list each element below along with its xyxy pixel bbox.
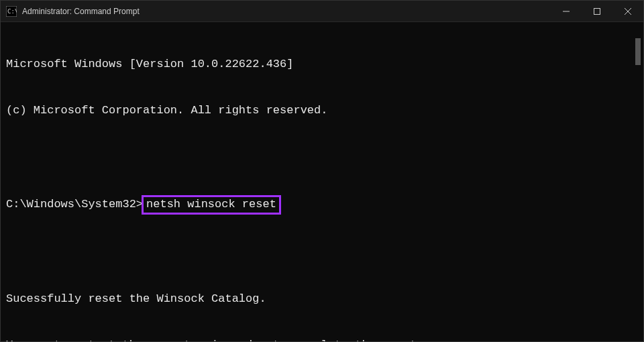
close-button[interactable] — [612, 1, 643, 21]
svg-rect-3 — [594, 8, 600, 14]
svg-text:C:\: C:\ — [7, 8, 17, 15]
titlebar-left: C:\ Administrator: Command Prompt — [6, 6, 140, 17]
prompt-line-1: C:\Windows\System32>netsh winsock reset — [6, 195, 638, 215]
titlebar: C:\ Administrator: Command Prompt — [1, 1, 643, 22]
version-line: Microsoft Windows [Version 10.0.22622.43… — [6, 57, 638, 72]
scrollbar-thumb[interactable] — [635, 38, 641, 65]
command-highlight: netsh winsock reset — [142, 195, 281, 215]
prompt-path-1: C:\Windows\System32> — [6, 197, 143, 213]
output-line-2: You must restart the computer in order t… — [6, 338, 638, 342]
window-controls — [551, 1, 643, 21]
window-title: Administrator: Command Prompt — [22, 7, 140, 16]
copyright-line: (c) Microsoft Corporation. All rights re… — [6, 103, 638, 119]
output-line-1: Sucessfully reset the Winsock Catalog. — [6, 292, 638, 307]
terminal-area[interactable]: Microsoft Windows [Version 10.0.22622.43… — [1, 22, 643, 341]
command-text: netsh winsock reset — [146, 198, 276, 211]
cmd-icon: C:\ — [6, 6, 17, 17]
minimize-button[interactable] — [551, 1, 582, 21]
blank-line — [6, 150, 638, 165]
maximize-button[interactable] — [582, 1, 612, 21]
terminal-content: Microsoft Windows [Version 10.0.22622.43… — [6, 26, 638, 342]
blank-line — [6, 245, 638, 261]
